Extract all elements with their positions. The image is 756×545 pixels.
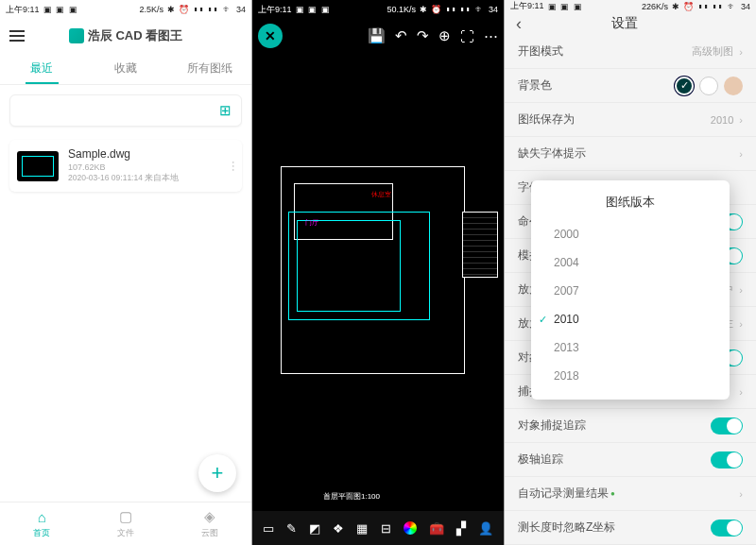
file-item[interactable]: Sample.dwg 107.62KB 2020-03-16 09:11:14 … — [9, 140, 242, 192]
toolbox-icon[interactable]: 🧰 — [429, 521, 444, 536]
color-picker-icon[interactable] — [404, 521, 417, 535]
pencil-icon[interactable]: ✎ — [286, 521, 297, 536]
undo-icon[interactable]: ↶ — [395, 27, 407, 44]
status-left-icons: ▣ ▣ ▣ — [548, 2, 583, 11]
room-label: 门厅 — [305, 218, 318, 228]
drawing-caption: 首层平面图1:100 — [323, 491, 380, 502]
status-time: 上午9:11 — [510, 0, 544, 12]
redo-icon[interactable]: ↷ — [417, 27, 429, 44]
file-name: Sample.dwg — [68, 147, 223, 161]
app-logo: 浩辰 CAD 看图王 — [25, 27, 227, 44]
comment-icon[interactable]: ▭ — [263, 521, 274, 536]
status-net: 50.1K/s — [387, 5, 416, 14]
floor-plan — [288, 212, 430, 320]
modal-option-2010[interactable]: 2010 — [531, 305, 730, 333]
status-right-icons: ✱ ⏰ ▮▮ ▮▮ ᯤ — [420, 5, 485, 14]
file-size: 107.62KB — [68, 162, 223, 172]
status-time: 上午9:11 — [6, 4, 40, 16]
status-battery: 34 — [236, 5, 246, 14]
app-name: 浩辰 CAD 看图王 — [88, 27, 182, 44]
home-icon: ⌂ — [38, 509, 46, 525]
screen-settings: 上午9:11 ▣ ▣ ▣ 226K/s ✱ ⏰ ▮▮ ▮▮ ᯤ 34 ‹ 设置 … — [505, 0, 756, 545]
grid-icon[interactable]: ▦ — [356, 521, 368, 536]
grid-view-icon[interactable]: ⊞ — [219, 102, 232, 119]
status-time: 上午9:11 — [258, 4, 292, 16]
ruler-icon[interactable]: ⊟ — [381, 521, 391, 536]
top-toolbar: ✕ 💾 ↶ ↷ ⊕ ⛶ ⋯ — [252, 19, 504, 53]
status-bar: 上午9:11 ▣ ▣ ▣ 2.5K/s ✱ ⏰ ▮▮ ▮▮ ᯤ 34 — [0, 0, 251, 19]
logo-cube-icon — [69, 28, 84, 43]
status-net: 226K/s — [642, 2, 668, 11]
file-meta: Sample.dwg 107.62KB 2020-03-16 09:11:14 … — [68, 147, 223, 184]
schedule-table — [462, 212, 498, 278]
screen-file-list: 上午9:11 ▣ ▣ ▣ 2.5K/s ✱ ⏰ ▮▮ ▮▮ ᯤ 34 浩辰 CA… — [0, 0, 252, 545]
apps-icon[interactable]: ▞ — [456, 521, 466, 536]
modal-option-2007[interactable]: 2007 — [531, 277, 730, 305]
room-label: 休息室 — [371, 190, 391, 199]
app-header: 浩辰 CAD 看图王 — [0, 19, 251, 53]
tab-all[interactable]: 所有图纸 — [167, 53, 251, 84]
version-modal: 图纸版本 2000 2004 2007 2010 2013 2018 — [531, 180, 730, 400]
zoom-icon[interactable]: ⊕ — [438, 27, 451, 44]
status-right-icons: ✱ ⏰ ▮▮ ▮▮ ᯤ — [672, 2, 737, 11]
fullscreen-icon[interactable]: ⛶ — [460, 28, 474, 44]
save-icon[interactable]: 💾 — [368, 27, 386, 44]
add-button[interactable]: + — [198, 454, 236, 492]
tab-recent[interactable]: 最近 — [0, 53, 84, 84]
nav-home-label: 首页 — [33, 527, 50, 539]
close-button[interactable]: ✕ — [258, 24, 283, 48]
status-left-icons: ▣ ▣ ▣ — [296, 5, 331, 14]
status-right-icons: ✱ ⏰ ▮▮ ▮▮ ᯤ — [167, 5, 232, 14]
bottom-nav: ⌂ 首页 ▢ 文件 ◈ 云图 — [0, 502, 251, 545]
more-icon[interactable]: ⋯ — [484, 27, 498, 44]
nav-files-label: 文件 — [117, 527, 134, 539]
status-battery: 34 — [741, 2, 750, 11]
settings-header: ‹ 设置 — [505, 12, 756, 35]
modal-option-2013[interactable]: 2013 — [531, 333, 730, 362]
folder-icon: ▢ — [119, 508, 132, 525]
tab-fav[interactable]: 收藏 — [84, 53, 168, 84]
modal-option-2000[interactable]: 2000 — [531, 220, 730, 248]
status-net: 2.5K/s — [139, 5, 163, 14]
settings-title: 设置 — [522, 15, 728, 32]
nav-files[interactable]: ▢ 文件 — [84, 502, 168, 545]
file-date: 2020-03-16 09:11:14 来自本地 — [68, 173, 223, 184]
nav-cloud[interactable]: ◈ 云图 — [167, 502, 251, 545]
modal-title: 图纸版本 — [531, 190, 730, 220]
modal-option-2004[interactable]: 2004 — [531, 248, 730, 277]
more-icon[interactable]: ●●● — [232, 161, 234, 172]
status-bar: 上午9:11 ▣ ▣ ▣ 226K/s ✱ ⏰ ▮▮ ▮▮ ᯤ 34 — [505, 0, 756, 12]
bottom-toolbar: ▭ ✎ ◩ ❖ ▦ ⊟ 🧰 ▞ 👤 — [252, 511, 504, 545]
nav-home[interactable]: ⌂ 首页 — [0, 502, 84, 545]
cloud-icon: ◈ — [204, 508, 215, 525]
screen-cad-viewer: 上午9:11 ▣ ▣ ▣ 50.1K/s ✱ ⏰ ▮▮ ▮▮ ᯤ 34 ✕ 💾 … — [252, 0, 505, 545]
eraser-icon[interactable]: ◩ — [309, 521, 320, 536]
file-thumbnail — [17, 151, 59, 181]
cad-canvas[interactable]: 门厅 休息室 首层平面图1:100 — [252, 53, 504, 511]
status-battery: 34 — [489, 5, 498, 14]
menu-icon[interactable] — [9, 30, 25, 42]
tabs: 最近 收藏 所有图纸 — [0, 53, 251, 85]
settings-list: 开图模式 高级制图› 背景色 ✓ 图纸保存为 2010› 缺失字体提示 › 字体… — [505, 35, 756, 545]
user-icon[interactable]: 👤 — [478, 521, 493, 536]
modal-backdrop[interactable]: 图纸版本 2000 2004 2007 2010 2013 2018 — [505, 35, 756, 545]
modal-option-2018[interactable]: 2018 — [531, 362, 730, 390]
layers-icon[interactable]: ❖ — [333, 521, 344, 536]
status-left-icons: ▣ ▣ ▣ — [43, 5, 78, 14]
nav-cloud-label: 云图 — [201, 527, 218, 539]
search-bar[interactable]: ⊞ — [9, 94, 242, 127]
status-bar: 上午9:11 ▣ ▣ ▣ 50.1K/s ✱ ⏰ ▮▮ ▮▮ ᯤ 34 — [252, 0, 504, 19]
